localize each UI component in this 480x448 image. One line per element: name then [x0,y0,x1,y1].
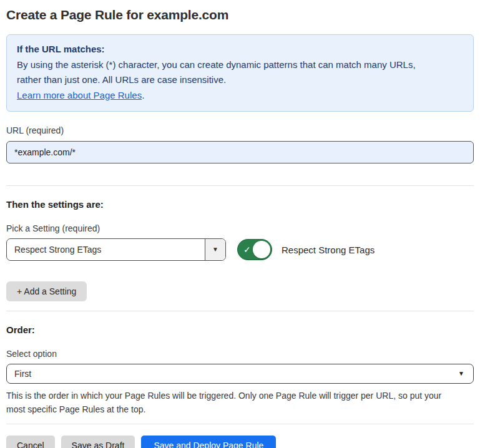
footer-divider [6,424,474,424]
check-icon: ✓ [243,245,251,255]
page-title: Create a Page Rule for example.com [6,7,474,22]
info-box-body-line: rather than just one. All URLs are case … [17,72,463,88]
url-input[interactable] [6,141,474,163]
section-divider [6,311,474,311]
footer-actions: Cancel Save as Draft Save and Deploy Pag… [6,436,474,448]
chevron-down-icon: ▼ [458,371,464,377]
save-as-draft-button[interactable]: Save as Draft [61,436,135,448]
order-select-value: First [14,364,458,383]
cancel-button[interactable]: Cancel [6,436,55,448]
section-divider [6,185,474,186]
setting-select-arrow-button[interactable]: ▼ [205,239,225,260]
settings-section-heading: Then the settings are: [6,199,474,210]
create-page-rule-panel: Create a Page Rule for example.com If th… [0,0,480,448]
order-section-heading: Order: [6,324,474,335]
order-select-label: Select option [6,349,474,359]
setting-picker-label: Pick a Setting (required) [6,223,474,233]
save-and-deploy-button[interactable]: Save and Deploy Page Rule [141,436,276,448]
chevron-down-icon: ▼ [212,246,218,253]
info-box-heading: If the URL matches: [17,42,463,57]
learn-more-link[interactable]: Learn more about Page Rules [17,90,142,100]
url-field-label: URL (required) [6,125,474,135]
setting-select[interactable]: Respect Strong ETags ▼ [6,238,226,261]
info-box-body-line: By using the asterisk (*) character, you… [17,57,463,73]
order-help-line: most specific Page Rules at the top. [6,402,474,416]
add-setting-button[interactable]: + Add a Setting [6,281,87,301]
toggle-knob [253,241,270,258]
order-help-text: This is the order in which your Page Rul… [6,389,474,416]
link-period: . [142,90,144,100]
setting-toggle-label: Respect Strong ETags [282,245,375,255]
order-help-line: This is the order in which your Page Rul… [6,389,474,402]
url-match-info-box: If the URL matches: By using the asteris… [6,34,474,112]
setting-row: Respect Strong ETags ▼ ✓ Respect Strong … [6,238,474,261]
order-select[interactable]: First ▼ [6,364,474,384]
setting-select-value: Respect Strong ETags [7,239,205,260]
setting-toggle[interactable]: ✓ [237,239,272,260]
